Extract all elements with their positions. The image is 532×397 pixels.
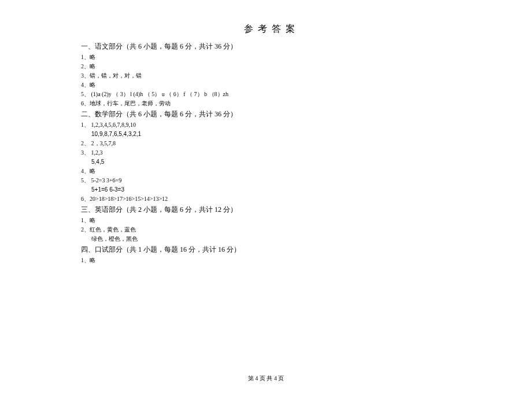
answer-line: 3、错，错，对，对，错 xyxy=(81,71,463,80)
answer-line: 6、地球，行车，尾巴，老师，劳动 xyxy=(81,99,463,108)
answer-line: 5、 (1)a (2)y （ 3） l (4)h （ 5） u （ 6） f （… xyxy=(81,90,463,98)
answer-line: 6、20>18>18>17>16>15>14>13>12 xyxy=(81,194,463,203)
answer-line: 4、略 xyxy=(81,167,463,175)
answer-line: 1、略 xyxy=(81,53,463,61)
answer-line: 2、红色，黄色，蓝色 xyxy=(81,225,463,234)
document-page: 参考答案 一、语文部分（共 6 小题，每题 6 分，共计 36 分）1、略2、略… xyxy=(0,0,532,264)
section-header: 一、语文部分（共 6 小题，每题 6 分，共计 36 分） xyxy=(81,41,463,52)
answer-line: 3、 1,2,3 xyxy=(81,148,463,157)
section-header: 四、口试部分（共 1 小题，每题 16 分，共计 16 分） xyxy=(81,244,463,255)
answer-line: 4、略 xyxy=(81,80,463,89)
answer-line: 1、略 xyxy=(81,216,463,225)
page-title: 参考答案 xyxy=(81,23,463,35)
answer-line: 2、略 xyxy=(81,62,463,71)
answer-line: 10,9,8,7,6,5,4,3,2,1 xyxy=(91,130,463,138)
section-header: 二、数学部分（共 6 小题，每题 6 分，共计 36 分） xyxy=(81,109,463,119)
section-header: 三、英语部分（共 2 小题，每题 6 分，共计 12 分） xyxy=(81,204,463,215)
answer-content: 一、语文部分（共 6 小题，每题 6 分，共计 36 分）1、略2、略3、错，错… xyxy=(81,41,463,264)
answer-line: 1、 1,2,3,4,5,6,7,8,9,10 xyxy=(81,120,463,129)
answer-line: 5,4,5 xyxy=(91,157,463,166)
answer-line: 5+1=6 6-3=3 xyxy=(91,185,463,194)
answer-line: 绿色，橙色，黑色 xyxy=(91,234,463,243)
answer-line: 5、 5-2=3 3+6=9 xyxy=(81,176,463,185)
page-footer: 第 4 页 共 4 页 xyxy=(0,374,532,383)
answer-line: 2、 2，3,5,7,8 xyxy=(81,139,463,148)
answer-line: 1、略 xyxy=(81,256,463,264)
